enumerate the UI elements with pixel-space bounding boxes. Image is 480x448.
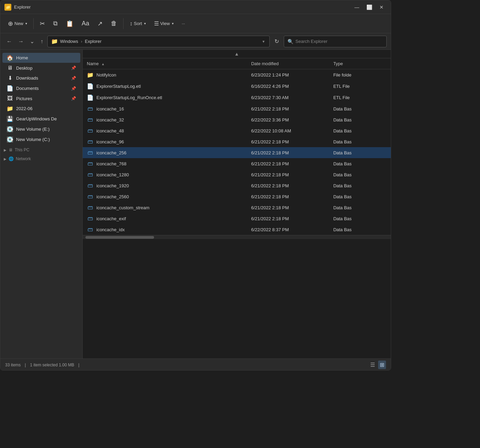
file-date: 6/21/2022 2:18 PM bbox=[247, 202, 329, 213]
network-label: Network bbox=[16, 156, 31, 161]
sidebar-item-2022-06[interactable]: 📁 2022-06 bbox=[2, 104, 80, 114]
header-date[interactable]: Date modified bbox=[247, 58, 329, 69]
sidebar-pinned-list: 🖥 Desktop 📌 ⬇ Downloads 📌 📄 Documents 📌 … bbox=[0, 63, 82, 144]
file-name: iconcache_16 bbox=[96, 106, 124, 111]
up-button[interactable]: ↑ bbox=[38, 37, 45, 46]
file-icon: 🗃 bbox=[87, 117, 94, 123]
file-name: NotifyIcon bbox=[96, 72, 116, 78]
search-box[interactable]: 🔍 Search Explorer bbox=[284, 36, 387, 47]
sidebar-section-network[interactable]: ▶ 🌐 Network bbox=[0, 154, 82, 163]
sidebar-section-this-pc[interactable]: ▶ 🖥 This PC bbox=[0, 145, 82, 154]
2022-06-icon: 📁 bbox=[7, 105, 13, 112]
pin-icon: 📌 bbox=[71, 76, 76, 81]
table-row[interactable]: 🗃 iconcache_256 6/21/2022 2:18 PM Data B… bbox=[83, 147, 391, 158]
table-row[interactable]: 🗃 iconcache_16 6/21/2022 2:18 PM Data Ba… bbox=[83, 103, 391, 114]
sidebar-item-gearup[interactable]: 💾 GearUpWindows De bbox=[2, 114, 80, 124]
more-icon: ··· bbox=[182, 22, 185, 26]
sort-button[interactable]: ↕ Sort ▾ bbox=[126, 16, 149, 32]
header-name[interactable]: Name ▲ bbox=[83, 58, 247, 69]
copy-button[interactable]: ⧉ bbox=[50, 16, 61, 32]
gearup-label: GearUpWindows De bbox=[16, 116, 76, 121]
file-name-cell: 🗃 iconcache_256 bbox=[83, 147, 247, 158]
sidebar-item-downloads[interactable]: ⬇ Downloads 📌 bbox=[2, 73, 80, 83]
copy-icon: ⧉ bbox=[53, 20, 58, 27]
table-row[interactable]: 🗃 iconcache_768 6/21/2022 2:18 PM Data B… bbox=[83, 158, 391, 169]
rename-button[interactable]: Aa bbox=[78, 16, 93, 32]
new-plus-icon: ⊕ bbox=[8, 20, 13, 27]
refresh-button[interactable]: ↻ bbox=[272, 37, 282, 46]
home-icon: 🏠 bbox=[7, 55, 13, 61]
table-body: 📁 NotifyIcon 6/23/2022 1:24 PM File fold… bbox=[83, 69, 391, 235]
item-count: 33 items bbox=[5, 363, 21, 367]
address-arrow-icon: › bbox=[81, 39, 82, 44]
file-name: ExplorerStartupLog.etl bbox=[96, 84, 141, 89]
pictures-label: Pictures bbox=[16, 96, 68, 101]
selected-info: 1 item selected 1.00 MB bbox=[30, 363, 74, 367]
new-button[interactable]: ⊕ New ▾ bbox=[4, 16, 31, 32]
view-button[interactable]: ☰ View ▾ bbox=[151, 16, 177, 32]
share-icon: ↗ bbox=[97, 20, 103, 27]
address-box[interactable]: 📁 Windows › Explorer ▾ bbox=[47, 36, 270, 47]
file-icon: 🗃 bbox=[87, 182, 94, 189]
file-name-cell: 📄 ExplorerStartupLog_RunOnce.etl bbox=[83, 92, 247, 103]
sidebar-item-documents[interactable]: 📄 Documents 📌 bbox=[2, 83, 80, 93]
sidebar-item-home[interactable]: 🏠 Home bbox=[2, 53, 80, 63]
app-title: Explorer bbox=[14, 4, 352, 10]
file-date: 6/21/2022 2:18 PM bbox=[247, 136, 329, 147]
file-icon: 🗃 bbox=[87, 172, 94, 178]
back-button[interactable]: ← bbox=[4, 37, 14, 46]
file-name: iconcache_96 bbox=[96, 139, 124, 144]
table-row[interactable]: 🗃 iconcache_custom_stream 6/21/2022 2:18… bbox=[83, 202, 391, 213]
table-row[interactable]: 📄 ExplorerStartupLog_RunOnce.etl 6/23/20… bbox=[83, 92, 391, 103]
sidebar-item-volume-e[interactable]: 💽 New Volume (E:) bbox=[2, 124, 80, 134]
table-row[interactable]: 🗃 iconcache_1280 6/21/2022 2:18 PM Data … bbox=[83, 169, 391, 180]
file-type: Data Bas bbox=[329, 213, 391, 224]
sort-arrows-icon: ↕ bbox=[130, 21, 132, 27]
scrollbar-thumb[interactable] bbox=[85, 236, 154, 239]
header-type[interactable]: Type bbox=[329, 58, 391, 69]
view-chevron-icon: ▾ bbox=[172, 22, 174, 25]
details-view-button[interactable]: ⊞ bbox=[378, 361, 386, 369]
file-icon: 🗃 bbox=[87, 139, 94, 145]
file-icon: 🗃 bbox=[87, 215, 94, 222]
table-row[interactable]: 🗃 iconcache_1920 6/21/2022 2:18 PM Data … bbox=[83, 180, 391, 191]
sidebar-item-pictures[interactable]: 🖼 Pictures 📌 bbox=[2, 94, 80, 103]
delete-button[interactable]: 🗑 bbox=[107, 16, 120, 32]
file-icon: 🗃 bbox=[87, 128, 94, 134]
minimize-button[interactable]: — bbox=[352, 3, 362, 11]
more-button[interactable]: ··· bbox=[178, 16, 188, 32]
cut-button[interactable]: ✂ bbox=[36, 16, 48, 32]
file-type: ETL File bbox=[329, 92, 391, 103]
horizontal-scrollbar[interactable] bbox=[83, 235, 391, 239]
list-view-button[interactable]: ☰ bbox=[368, 361, 377, 369]
table-row[interactable]: 📁 NotifyIcon 6/23/2022 1:24 PM File fold… bbox=[83, 69, 391, 81]
sidebar-item-volume-c[interactable]: 💽 New Volume (C:) bbox=[2, 134, 80, 144]
forward-button[interactable]: → bbox=[16, 37, 26, 46]
volume-e-icon: 💽 bbox=[7, 126, 13, 132]
share-button[interactable]: ↗ bbox=[94, 16, 106, 32]
table-row[interactable]: 🗃 iconcache_idx 6/22/2022 8:37 PM Data B… bbox=[83, 224, 391, 235]
file-type: Data Bas bbox=[329, 224, 391, 235]
table-row[interactable]: 🗃 iconcache_48 6/22/2022 10:08 AM Data B… bbox=[83, 125, 391, 136]
file-date: 6/21/2022 2:18 PM bbox=[247, 180, 329, 191]
pin-icon: 📌 bbox=[71, 96, 76, 101]
table-row[interactable]: 🗃 iconcache_2560 6/21/2022 2:18 PM Data … bbox=[83, 191, 391, 202]
close-button[interactable]: ✕ bbox=[376, 3, 387, 11]
gearup-icon: 💾 bbox=[7, 116, 13, 122]
address-dropdown-icon[interactable]: ▾ bbox=[261, 39, 266, 44]
file-type: Data Bas bbox=[329, 180, 391, 191]
maximize-button[interactable]: ⬜ bbox=[364, 3, 374, 11]
file-name-cell: 🗃 iconcache_48 bbox=[83, 125, 247, 136]
table-row[interactable]: 🗃 iconcache_exif 6/21/2022 2:18 PM Data … bbox=[83, 213, 391, 224]
sidebar-item-desktop[interactable]: 🖥 Desktop 📌 bbox=[2, 63, 80, 73]
table-row[interactable]: 🗃 iconcache_32 6/22/2022 3:36 PM Data Ba… bbox=[83, 114, 391, 125]
file-date: 6/22/2022 10:08 AM bbox=[247, 125, 329, 136]
file-name-cell: 🗃 iconcache_1920 bbox=[83, 180, 247, 191]
recent-button[interactable]: ⌄ bbox=[28, 37, 36, 46]
file-name: iconcache_1920 bbox=[96, 183, 129, 188]
file-type: ETL File bbox=[329, 81, 391, 92]
this-pc-icon: 🖥 bbox=[9, 148, 13, 152]
table-row[interactable]: 🗃 iconcache_96 6/21/2022 2:18 PM Data Ba… bbox=[83, 136, 391, 147]
table-row[interactable]: 📄 ExplorerStartupLog.etl 6/16/2022 4:26 … bbox=[83, 81, 391, 92]
paste-button[interactable]: 📋 bbox=[62, 16, 77, 32]
